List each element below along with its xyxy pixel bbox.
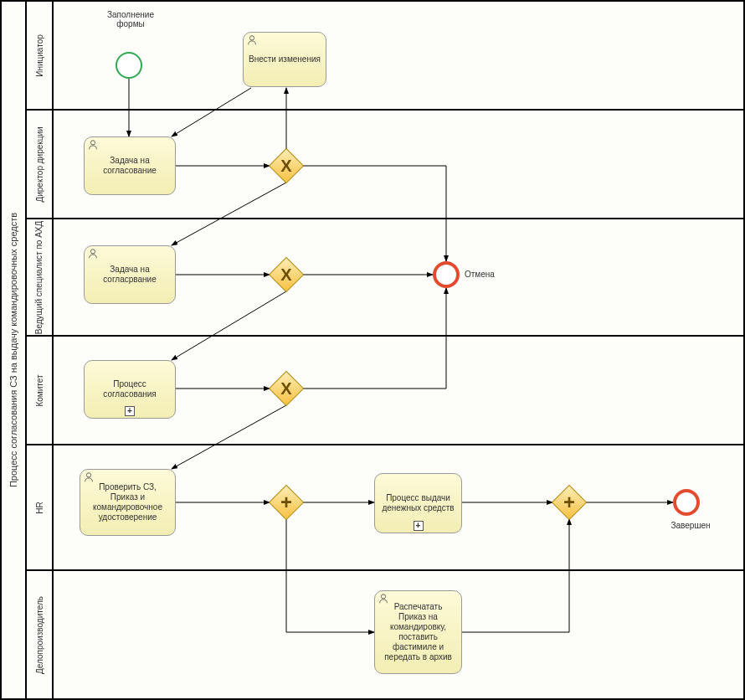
user-icon [246, 34, 258, 46]
pool-label: Процесс согласования СЗ на выдачу команд… [0, 0, 25, 700]
task-approval-1: Задача на согласование [84, 136, 176, 195]
subprocess-marker-icon: + [414, 521, 424, 531]
gateway-mark: + [552, 486, 586, 519]
task-label: Распечатать Приказ на командировку, пост… [380, 602, 456, 662]
subprocess-money: Процесс выдачи денежных средств + [374, 473, 462, 533]
task-label: Задача на согласование [90, 156, 170, 176]
gateway-mark: + [270, 486, 303, 519]
svg-point-4 [381, 594, 385, 599]
task-label: Внести изменения [249, 54, 321, 64]
task-approval-2: Задача на согласрвание [84, 245, 176, 304]
svg-point-0 [249, 36, 254, 40]
subprocess-marker-icon: + [125, 406, 135, 416]
lane-label: Делопроизводитель [35, 596, 44, 674]
gateway-mark: X [270, 372, 303, 405]
task-print: Распечатать Приказ на командировку, пост… [374, 590, 462, 674]
pool-title: Процесс согласования СЗ на выдачу команд… [8, 213, 18, 487]
task-check: Проверить СЗ, Приказ и командировочное у… [80, 469, 176, 536]
svg-point-3 [86, 473, 90, 477]
lane-label: Инициатор [35, 34, 44, 77]
task-label: Задача на согласрвание [90, 265, 170, 285]
user-icon [87, 139, 99, 151]
svg-point-1 [90, 141, 95, 145]
user-icon [378, 593, 389, 605]
gateway-mark: X [270, 258, 303, 291]
bpmn-diagram: Процесс согласования СЗ на выдачу команд… [0, 0, 745, 700]
end-event [673, 489, 700, 516]
task-make-changes: Внести изменения [243, 32, 326, 87]
lane-label: Ведущий специалист по АХД [35, 220, 44, 334]
cancel-end-event [433, 261, 460, 288]
start-event-label: Заполнение формы [97, 10, 164, 28]
lane-label: Директор дирекции [35, 126, 44, 202]
end-event-label: Завершен [661, 521, 720, 530]
task-label: Процесс согласования [90, 379, 170, 399]
task-label: Процесс выдачи денежных средств [380, 493, 456, 513]
gateway-mark: X [270, 149, 303, 183]
task-label: Проверить СЗ, Приказ и командировочное у… [85, 482, 170, 522]
gateway-exclusive-3: X [270, 372, 303, 405]
lane-label: Комитет [35, 374, 44, 406]
cancel-event-label: Отмена [465, 270, 515, 279]
gateway-exclusive-2: X [270, 258, 303, 291]
user-icon [87, 248, 99, 260]
start-event [116, 52, 142, 79]
subprocess-approval: Процесс согласования + [84, 360, 176, 419]
gateway-parallel-split: + [270, 486, 303, 519]
lane-label: HR [34, 502, 44, 513]
gateway-exclusive-1: X [270, 149, 303, 183]
user-icon [83, 471, 95, 483]
gateway-parallel-join: + [552, 486, 586, 519]
svg-point-2 [90, 250, 95, 254]
